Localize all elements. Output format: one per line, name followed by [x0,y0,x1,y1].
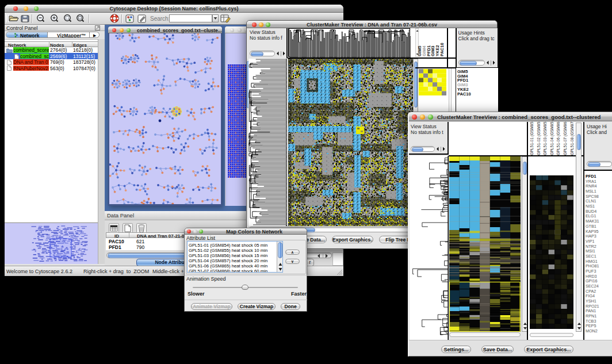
svg-text:Search:: Search: [150,16,170,22]
